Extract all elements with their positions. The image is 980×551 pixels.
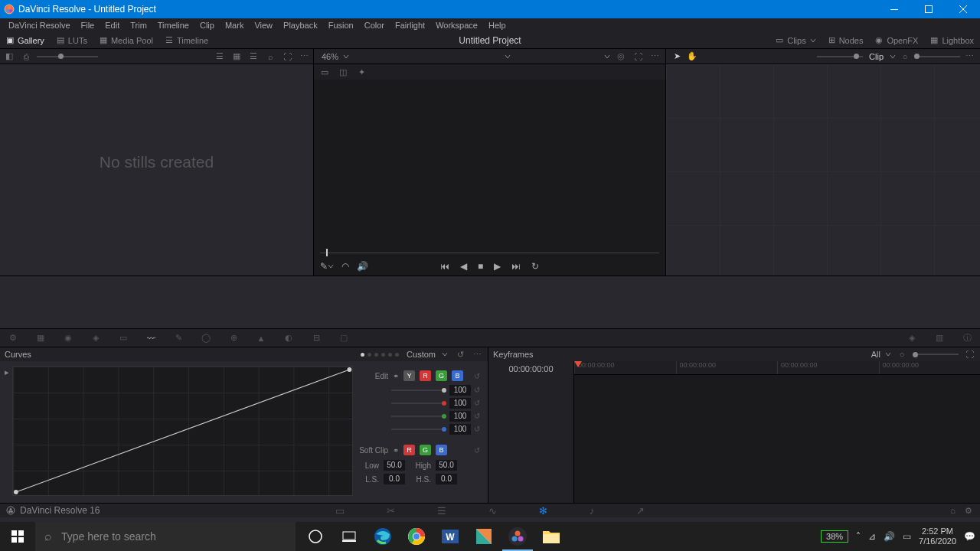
list-view-icon[interactable]: ☰	[247, 51, 260, 63]
sort-icon[interactable]: ☰	[214, 51, 226, 63]
notifications-icon[interactable]: 💬	[964, 531, 975, 542]
thumbnail-size-slider[interactable]	[37, 56, 98, 57]
camera-raw-icon[interactable]: ⚙	[6, 331, 20, 345]
explorer-icon[interactable]	[534, 522, 568, 551]
minimize-button[interactable]	[877, 0, 911, 18]
volume-icon[interactable]: 🔊	[884, 531, 895, 542]
eyedropper-icon[interactable]: ✎	[320, 261, 334, 272]
ws-timeline[interactable]: ☰Timeline	[159, 32, 214, 49]
home-icon[interactable]: ⌂	[950, 506, 956, 516]
edit-reset-icon[interactable]: ↺	[474, 372, 483, 380]
stop-button[interactable]: ■	[478, 261, 483, 272]
channel-r-button[interactable]: R	[420, 370, 431, 381]
maximize-button[interactable]	[911, 0, 946, 18]
clip-thumbnails-strip[interactable]	[0, 276, 980, 329]
ws-gallery[interactable]: ▣Gallery	[0, 32, 51, 49]
edge-icon[interactable]	[366, 522, 400, 551]
task-view-icon[interactable]	[332, 522, 366, 551]
menu-clip[interactable]: Clip	[194, 21, 220, 30]
channel-y-button[interactable]: Y	[403, 370, 415, 381]
viewer-canvas[interactable]	[314, 80, 665, 248]
green-slider[interactable]	[391, 416, 446, 417]
lum-value[interactable]: 100	[449, 385, 471, 396]
search-box[interactable]: ⌕ Type here to search	[35, 522, 296, 551]
menu-trim[interactable]: Trim	[125, 21, 152, 30]
page-media[interactable]: ▭	[335, 505, 345, 517]
red-reset[interactable]: ↺	[474, 399, 483, 407]
app-icon-1[interactable]	[467, 522, 501, 551]
curves-mode-chevron[interactable]	[442, 351, 448, 357]
channel-g-button[interactable]: G	[436, 370, 447, 381]
more-icon[interactable]: ⋯	[298, 51, 310, 63]
curves-icon[interactable]: 〰	[144, 331, 158, 345]
pointer-icon[interactable]: ➤	[671, 51, 683, 63]
menu-mark[interactable]: Mark	[220, 21, 249, 30]
close-button[interactable]	[946, 0, 980, 18]
keyframe-track-area[interactable]	[574, 375, 980, 503]
loop-button[interactable]: ↻	[531, 261, 539, 272]
scopes-expand-icon[interactable]: ◈	[905, 331, 919, 345]
scrub-bar[interactable]	[314, 248, 665, 257]
page-deliver[interactable]: ↗	[636, 505, 645, 517]
unmix-icon[interactable]: ◠	[341, 261, 349, 272]
node-mode[interactable]: Clip	[869, 52, 884, 61]
first-frame-button[interactable]: ⏮	[440, 261, 449, 272]
word-icon[interactable]: W	[433, 522, 467, 551]
red-slider[interactable]	[391, 403, 446, 404]
info-icon[interactable]: ⓘ	[960, 331, 974, 345]
red-value[interactable]: 100	[449, 398, 471, 409]
split-icon[interactable]: ◫	[337, 66, 349, 78]
green-value[interactable]: 100	[449, 411, 471, 422]
ls-value[interactable]: 0.0	[384, 474, 405, 484]
page-fusion[interactable]: ∿	[488, 505, 497, 517]
sidebar-toggle-icon[interactable]: ◧	[3, 51, 15, 63]
sc-b-button[interactable]: B	[436, 445, 447, 455]
view-select-icon[interactable]	[604, 54, 610, 60]
wifi-icon[interactable]: ⊿	[868, 531, 876, 542]
viewer-more-icon[interactable]: ⋯	[648, 51, 661, 63]
menu-timeline[interactable]: Timeline	[152, 21, 194, 30]
low-value[interactable]: 50.0	[384, 460, 405, 471]
zoom-value[interactable]: 46%	[322, 52, 338, 61]
color-wheels-icon[interactable]: ◉	[61, 331, 75, 345]
cortana-icon[interactable]	[299, 522, 332, 551]
link-icon[interactable]: ⚭	[393, 372, 399, 380]
menu-davinci[interactable]: DaVinci Resolve	[3, 21, 76, 30]
keyframe-ruler[interactable]: 00:00:00:00 00:00:00:00 00:00:00:00 00:0…	[574, 361, 980, 375]
play-button[interactable]: ▶	[494, 261, 501, 272]
rgb-mixer-icon[interactable]: ◈	[89, 331, 103, 345]
kf-dot-icon[interactable]: ○	[896, 348, 908, 360]
last-frame-button[interactable]: ⏭	[511, 261, 521, 272]
highlight-icon[interactable]: ✦	[355, 66, 368, 78]
tracking-icon[interactable]: ⊕	[227, 331, 240, 345]
node-zoom-slider[interactable]	[817, 56, 863, 57]
high-value[interactable]: 50.0	[436, 460, 457, 471]
page-edit[interactable]: ☰	[437, 505, 446, 517]
play-reverse-button[interactable]: ◀	[460, 261, 467, 272]
menu-view[interactable]: View	[249, 21, 278, 30]
zoom-chevron-icon[interactable]	[343, 54, 349, 60]
ws-luts[interactable]: ▤LUTs	[51, 32, 93, 49]
hs-value[interactable]: 0.0	[436, 474, 457, 484]
curves-mode[interactable]: Custom	[407, 350, 436, 359]
clock[interactable]: 2:52 PM 7/16/2020	[919, 527, 956, 546]
curves-reset-icon[interactable]: ↺	[454, 348, 466, 360]
lum-slider[interactable]	[391, 390, 446, 391]
expand-icon[interactable]: ⛶	[281, 51, 293, 63]
green-reset[interactable]: ↺	[474, 412, 483, 420]
image-wipe-icon[interactable]: ▭	[318, 66, 331, 78]
sc-reset-icon[interactable]: ↺	[474, 446, 483, 455]
node-opacity-slider[interactable]	[914, 56, 960, 57]
sizing-icon[interactable]: ▢	[337, 331, 351, 345]
power-icon[interactable]: ▭	[903, 531, 911, 542]
bypass-icon[interactable]: ◎	[615, 51, 627, 63]
menu-workspace[interactable]: Workspace	[430, 21, 483, 30]
menu-help[interactable]: Help	[483, 21, 511, 30]
still-grab-icon[interactable]: ⎙	[20, 51, 32, 63]
menu-edit[interactable]: Edit	[100, 21, 125, 30]
ws-clips[interactable]: ▭Clips	[769, 32, 822, 49]
hand-icon[interactable]: ✋	[686, 51, 698, 63]
blue-value[interactable]: 100	[449, 424, 471, 435]
page-color[interactable]: ✻	[539, 505, 547, 517]
node-more-icon[interactable]: ⋯	[963, 51, 975, 63]
